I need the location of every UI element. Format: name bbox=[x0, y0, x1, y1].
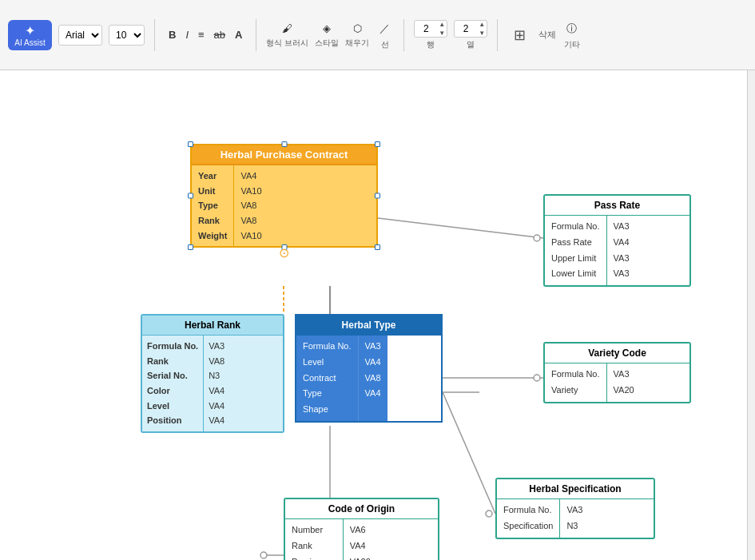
herbal-type-title: Herbal Type bbox=[296, 316, 441, 336]
svg-line-0 bbox=[378, 218, 543, 238]
hr-color-label: Color bbox=[147, 383, 198, 399]
hr-level-val: VA4 bbox=[209, 399, 225, 414]
vc-left: Formula No. Variety bbox=[545, 363, 606, 402]
other-label: 기타 bbox=[564, 39, 580, 50]
pr-formula-val: VA3 bbox=[614, 219, 630, 235]
table-icon-group: ⊞ bbox=[507, 23, 532, 47]
variety-code-body: Formula No. Variety VA3 VA20 bbox=[545, 363, 689, 402]
co-rank-val: VA4 bbox=[350, 538, 371, 554]
text-format-group: B I ≡ ab A bbox=[165, 27, 246, 42]
code-of-origin-box[interactable]: Code of Origin Number Rank Province Loca… bbox=[284, 498, 439, 560]
herbal-type-left: Formula No. Level Contract Type Shape bbox=[296, 336, 358, 421]
format-brush-label: 형식 브러시 bbox=[266, 38, 308, 49]
svg-point-11 bbox=[534, 235, 540, 241]
style-label: 스타일 bbox=[315, 38, 339, 49]
pass-rate-left: Formula No. Pass Rate Upper Limit Lower … bbox=[545, 216, 606, 285]
hr-rank-val: VA8 bbox=[209, 354, 225, 369]
hs-spec-label: Specification bbox=[503, 518, 553, 534]
vc-variety-label: Variety bbox=[551, 383, 600, 399]
other-button[interactable]: ⓘ bbox=[562, 20, 581, 38]
italic-button[interactable]: I bbox=[181, 27, 193, 42]
ht-formula-label: Formula No. bbox=[303, 339, 352, 355]
hpc-body: Year Unit Type Rank Weight VA4 VA10 VA8 … bbox=[192, 165, 376, 246]
scrollbar[interactable] bbox=[747, 70, 755, 560]
vc-right: VA3 VA20 bbox=[606, 363, 641, 402]
hpc-left-col: Year Unit Type Rank Weight bbox=[192, 165, 233, 246]
col-spinner-group: ▲ ▼ 열 bbox=[454, 20, 487, 50]
hpc-row-unit-label: Unit bbox=[198, 184, 227, 199]
pr-formula-label: Formula No. bbox=[551, 219, 600, 235]
hpc-row-weight-label: Weight bbox=[198, 228, 227, 244]
format-brush-button[interactable]: 🖌 bbox=[278, 21, 296, 36]
table-grid-icon: ⊞ bbox=[514, 26, 526, 44]
pr-upper-label: Upper Limit bbox=[551, 251, 600, 267]
svg-point-8 bbox=[260, 552, 267, 558]
hpc-row-year-val: VA4 bbox=[240, 169, 261, 184]
hpc-row-type-label: Type bbox=[198, 198, 227, 213]
sel-handle-bl[interactable] bbox=[188, 244, 193, 250]
font-family-select[interactable]: Arial bbox=[58, 25, 102, 46]
line-button[interactable]: ／ bbox=[376, 20, 394, 38]
pr-lower-label: Lower Limit bbox=[551, 266, 600, 282]
hs-right: VA3 N3 bbox=[559, 499, 589, 538]
style-button[interactable]: ◈ bbox=[319, 21, 335, 36]
hpc-row-year-label: Year bbox=[198, 169, 227, 184]
strikethrough-button[interactable]: ab bbox=[210, 27, 229, 42]
co-right: VA6 VA4 VA20 VA4 VA10 bbox=[343, 519, 377, 560]
pr-passrate-label: Pass Rate bbox=[551, 235, 600, 251]
svg-point-9 bbox=[534, 375, 540, 381]
star-icon: ✦ bbox=[25, 23, 35, 38]
format-brush-group: 🖌 형식 브러시 bbox=[266, 21, 308, 49]
hs-spec-val: N3 bbox=[566, 518, 582, 534]
row-down-button[interactable]: ▼ bbox=[437, 29, 447, 38]
ht-level-label: Level bbox=[303, 355, 352, 371]
pr-passrate-val: VA4 bbox=[614, 235, 630, 251]
svg-line-5 bbox=[443, 392, 495, 514]
sel-handle-mr[interactable] bbox=[375, 193, 380, 199]
herbal-type-right: VA3 VA4 VA8 VA4 bbox=[358, 336, 387, 421]
hr-rank-label: Rank bbox=[147, 354, 198, 369]
line-group: ／ 선 bbox=[376, 20, 394, 50]
col-down-button[interactable]: ▼ bbox=[477, 29, 487, 38]
resize-handle-bottom[interactable]: ⊙ bbox=[279, 245, 289, 260]
hpc-box[interactable]: Herbal Purchase Contract Year Unit Type … bbox=[190, 144, 378, 248]
table-grid-button[interactable]: ⊞ bbox=[507, 23, 532, 47]
ht-level-val: VA4 bbox=[365, 355, 381, 371]
herbal-spec-box[interactable]: Herbal Specification Formula No. Specifi… bbox=[495, 478, 655, 539]
hpc-row-type-val: VA8 bbox=[240, 198, 261, 213]
row-spinner-input[interactable] bbox=[415, 23, 437, 34]
sel-handle-ml[interactable] bbox=[188, 193, 193, 199]
ht-contract-label: Contract bbox=[303, 371, 352, 387]
herbal-rank-box[interactable]: Herbal Rank Formula No. Rank Serial No. … bbox=[141, 314, 284, 433]
align-button[interactable]: ≡ bbox=[194, 27, 209, 42]
hr-serial-val: N3 bbox=[209, 368, 225, 383]
ht-contract-val: VA8 bbox=[365, 371, 381, 387]
hr-color-val: VA4 bbox=[209, 383, 225, 399]
bold-button[interactable]: B bbox=[165, 27, 180, 42]
hpc-row-rank-label: Rank bbox=[198, 213, 227, 228]
col-spinner-input[interactable] bbox=[455, 23, 477, 34]
sel-handle-tl[interactable] bbox=[188, 141, 193, 147]
ht-formula-val: VA3 bbox=[365, 339, 381, 355]
sel-handle-tm[interactable] bbox=[281, 141, 287, 147]
pass-rate-box[interactable]: Pass Rate Formula No. Pass Rate Upper Li… bbox=[543, 194, 691, 287]
other-group: ⓘ 기타 bbox=[562, 20, 581, 50]
delete-label: 삭제 bbox=[538, 29, 556, 41]
row-up-button[interactable]: ▲ bbox=[437, 20, 447, 29]
row-spinner-group: ▲ ▼ 행 bbox=[414, 20, 447, 50]
vc-formula-val: VA3 bbox=[614, 367, 634, 383]
ai-assist-button[interactable]: ✦ AI Assist bbox=[8, 20, 52, 50]
herbal-type-box[interactable]: Herbal Type Formula No. Level Contract T… bbox=[295, 314, 443, 423]
font-color-button[interactable]: A bbox=[231, 27, 246, 42]
sel-handle-tr[interactable] bbox=[375, 141, 380, 147]
fill-button[interactable]: ⬡ bbox=[349, 21, 366, 36]
font-size-select[interactable]: 10 bbox=[109, 25, 145, 46]
herbal-spec-title: Herbal Specification bbox=[497, 479, 654, 499]
variety-code-box[interactable]: Variety Code Formula No. Variety VA3 VA2… bbox=[543, 342, 691, 403]
row-label: 행 bbox=[427, 39, 435, 50]
col-up-button[interactable]: ▲ bbox=[477, 20, 487, 29]
co-province-label: Province bbox=[292, 554, 336, 560]
herbal-rank-left: Formula No. Rank Serial No. Color Level … bbox=[142, 336, 203, 431]
sel-handle-br[interactable] bbox=[375, 244, 380, 250]
hpc-row-weight-val: VA10 bbox=[240, 228, 261, 244]
